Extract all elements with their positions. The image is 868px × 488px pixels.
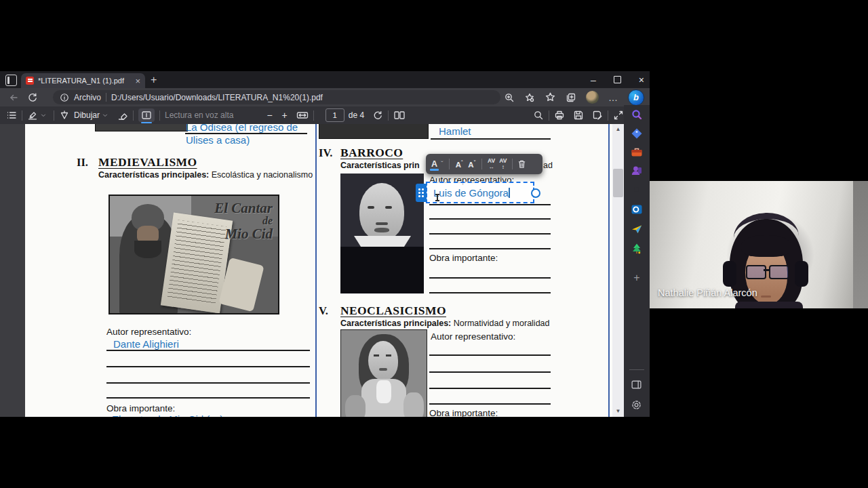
maximize-button[interactable] xyxy=(614,76,621,83)
medievalismo-image: El Cantar de Mio Cid xyxy=(108,195,279,314)
refresh-icon[interactable] xyxy=(27,92,38,103)
url-text: D:/Users/Usuario/Downloads/LITERATURA_N1… xyxy=(111,93,323,102)
save-icon[interactable] xyxy=(573,110,584,121)
delete-annotation-icon[interactable] xyxy=(517,159,526,169)
pdf-scrollbar[interactable]: ▲ ▼ xyxy=(612,124,624,417)
scroll-down-icon[interactable]: ▼ xyxy=(612,407,624,415)
pdf-page[interactable]: La Odisea (el regreso de Ulises a casa) … xyxy=(25,124,612,417)
traits-value: Normatividad y moralidad xyxy=(454,319,550,328)
work-label-barroco: Obra importante: xyxy=(429,253,498,263)
eraser-icon[interactable] xyxy=(117,110,128,121)
traits-line-neo: Características principales: Normativida… xyxy=(340,319,550,328)
traits-label: Características principales: xyxy=(98,170,209,180)
writing-line xyxy=(429,371,551,373)
add-text-tool-icon[interactable] xyxy=(138,108,155,122)
section-title-medievalismo: MEDIEVALISMO xyxy=(98,155,197,169)
search-document-icon[interactable] xyxy=(533,110,544,121)
url-field[interactable]: Archivo D:/Users/Usuario/Downloads/LITER… xyxy=(53,90,500,104)
page-view-icon[interactable] xyxy=(393,110,406,121)
sidebar-tree-icon[interactable] xyxy=(631,243,643,255)
sidebar-people-icon[interactable] xyxy=(631,165,643,177)
traits-tail: ad xyxy=(543,161,553,170)
fullscreen-icon[interactable] xyxy=(613,110,624,121)
traits-value: Escolástica y nacionalismo xyxy=(212,170,313,180)
sidebar-panel-icon[interactable] xyxy=(631,379,643,391)
url-divider xyxy=(106,93,106,102)
close-button[interactable]: × xyxy=(639,75,644,85)
section-numeral: V. xyxy=(319,304,328,318)
writing-line xyxy=(106,397,310,399)
headphone-right-cup xyxy=(795,261,808,287)
pdf-file-icon xyxy=(26,77,34,85)
address-bar: Archivo D:/Users/Usuario/Downloads/LITER… xyxy=(0,88,650,106)
text-cursor-pointer xyxy=(437,194,438,201)
copilot-icon[interactable]: b xyxy=(628,89,644,106)
screen-share-stage: *LITERATURA_N1 (1).pdf × + – × Arc xyxy=(0,0,868,488)
annotation-text[interactable]: Luis de Góngora xyxy=(433,187,509,199)
file-info-icon[interactable] xyxy=(60,93,69,102)
print-icon[interactable] xyxy=(554,110,565,121)
more-menu-icon[interactable]: … xyxy=(608,92,618,103)
person-fringe xyxy=(741,235,791,257)
tab-close-icon[interactable]: × xyxy=(135,77,140,85)
left-top-answer-line1: La Odisea (el regreso de xyxy=(186,124,298,133)
sidebar-outlook-icon[interactable] xyxy=(631,203,643,216)
browser-tab[interactable]: *LITERATURA_N1 (1).pdf × xyxy=(21,73,145,88)
section-title-text: MEDIEVALISMO xyxy=(98,155,197,169)
left-top-answer-line2: Ulises a casa) xyxy=(186,134,250,146)
draw-pen-icon[interactable] xyxy=(59,110,70,121)
font-decrease-icon[interactable]: Aˇ xyxy=(465,160,478,169)
text-color-icon[interactable]: A xyxy=(430,160,439,169)
writing-line xyxy=(429,248,551,249)
webcam-video: Nathalie Piñán Alarcón xyxy=(650,181,868,308)
sidebar-settings-gear-icon[interactable] xyxy=(631,399,643,411)
minimize-button[interactable]: – xyxy=(591,75,596,85)
glasses-right-lens xyxy=(769,265,789,279)
sidebar-drop-icon[interactable] xyxy=(631,223,643,235)
traits-label: Características principales: xyxy=(340,319,451,328)
sidebar-search-icon[interactable] xyxy=(631,108,643,121)
scrollbar-thumb[interactable] xyxy=(613,169,623,197)
section-title-neoclasicismo: NEOCLASICISMO xyxy=(340,304,446,318)
work-answer-left: El cantar de Mio Cid (…) xyxy=(112,413,223,417)
draw-label[interactable]: Dibujar xyxy=(74,110,100,120)
rotate-icon[interactable] xyxy=(372,110,383,121)
pdf-text-annotation[interactable]: Luis de Góngora xyxy=(426,182,534,203)
letter-spacing-icon[interactable]: AV↔ xyxy=(486,158,497,170)
barroco-portrait xyxy=(340,174,424,293)
favorites-icon[interactable] xyxy=(545,92,556,103)
annotation-toolbar: A ˇ Aˆ Aˇ AV↔ AV↕ xyxy=(426,154,542,174)
line-spacing-icon[interactable]: AV↕ xyxy=(497,158,509,170)
favorites-settings-icon[interactable] xyxy=(524,92,535,103)
scroll-up-icon[interactable]: ▲ xyxy=(612,125,624,134)
section-numeral: II. xyxy=(77,156,88,169)
writing-line xyxy=(429,277,551,279)
highlighter-chevron-icon[interactable] xyxy=(40,112,47,119)
page-number-input[interactable]: 1 xyxy=(326,108,344,122)
address-bar-actions: … b xyxy=(504,88,650,106)
sidebar-tools-icon[interactable] xyxy=(631,146,643,159)
collections-icon[interactable] xyxy=(566,92,576,103)
annotation-resize-handle[interactable] xyxy=(531,188,540,198)
font-increase-icon[interactable]: Aˆ xyxy=(453,160,466,169)
sidebar-add-icon[interactable]: + xyxy=(624,272,650,284)
annotation-drag-handle[interactable] xyxy=(416,184,427,202)
read-aloud-label[interactable]: Lectura en voz alta xyxy=(165,110,233,120)
zoom-icon[interactable] xyxy=(504,92,515,103)
tab-actions-icon[interactable] xyxy=(5,75,17,86)
right-top-image xyxy=(319,124,429,139)
toc-icon[interactable] xyxy=(6,110,17,121)
sidebar-shopping-icon[interactable] xyxy=(631,127,643,140)
save-as-icon[interactable] xyxy=(592,110,603,121)
draw-chevron-icon[interactable] xyxy=(102,112,108,119)
zoom-in-icon[interactable]: + xyxy=(277,110,292,120)
fit-page-icon[interactable] xyxy=(296,110,309,121)
highlighter-icon[interactable] xyxy=(27,110,38,121)
person-mouth xyxy=(761,296,771,298)
new-tab-button[interactable]: + xyxy=(151,73,157,87)
profile-avatar[interactable] xyxy=(586,91,599,104)
zoom-out-icon[interactable]: − xyxy=(262,110,277,120)
text-color-chevron-icon[interactable]: ˇ xyxy=(441,160,443,168)
back-icon[interactable] xyxy=(8,92,19,103)
pdf-viewer[interactable]: La Odisea (el regreso de Ulises a casa) … xyxy=(0,124,612,417)
